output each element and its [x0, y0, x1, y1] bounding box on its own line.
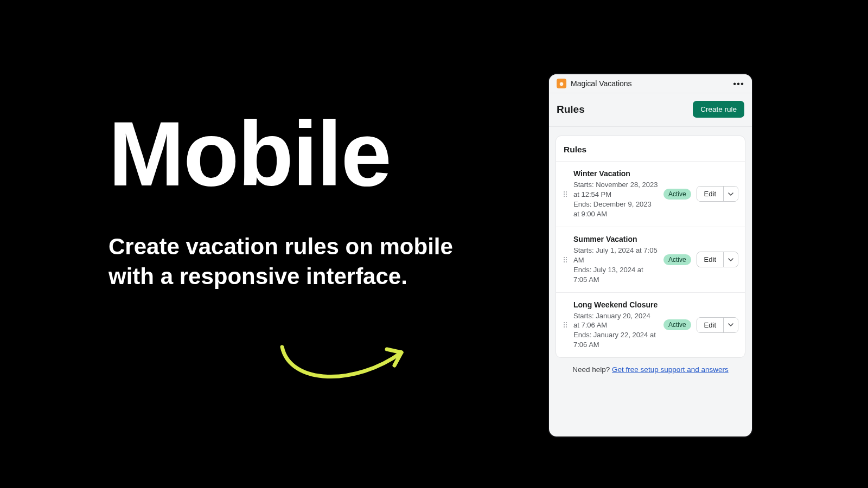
drag-handle-icon[interactable]: [563, 191, 568, 197]
edit-dropdown-button[interactable]: [723, 187, 738, 201]
rule-starts: Starts: January 20, 2024 at 7:06 AM: [573, 311, 658, 331]
drag-handle-icon[interactable]: [563, 322, 568, 328]
rule-row: Summer Vacation Starts: July 1, 2024 at …: [556, 227, 745, 292]
status-badge: Active: [663, 189, 691, 200]
rules-section-title: Rules: [556, 136, 745, 161]
rule-starts: Starts: July 1, 2024 at 7:05 AM: [573, 246, 658, 265]
create-rule-button[interactable]: Create rule: [693, 101, 744, 118]
app-title: Magical Vacations: [571, 79, 729, 88]
help-text: Need help? Get free setup support and an…: [549, 358, 752, 374]
rule-row: Winter Vacation Starts: November 28, 202…: [556, 161, 745, 227]
drag-handle-icon[interactable]: [563, 257, 568, 262]
rule-title: Winter Vacation: [573, 169, 658, 178]
status-badge: Active: [663, 254, 691, 265]
rule-ends: Ends: December 9, 2023 at 9:00 AM: [573, 200, 658, 219]
rule-starts: Starts: November 28, 2023 at 12:54 PM: [573, 180, 658, 200]
edit-dropdown-button[interactable]: [723, 252, 738, 267]
page-title: Rules: [557, 104, 585, 115]
mobile-mock: ☻ Magical Vacations ••• Rules Create rul…: [548, 73, 753, 438]
rule-title: Long Weekend Closure: [573, 300, 658, 309]
app-logo-icon: ☻: [557, 79, 566, 88]
rule-title: Summer Vacation: [573, 235, 658, 243]
rule-ends: Ends: July 13, 2024 at 7:05 AM: [573, 265, 658, 285]
chevron-down-icon: [728, 192, 733, 196]
edit-button[interactable]: Edit: [697, 187, 723, 201]
edit-button[interactable]: Edit: [697, 252, 723, 267]
page-header: Rules Create rule: [549, 93, 752, 127]
app-header: ☻ Magical Vacations •••: [549, 74, 752, 93]
rule-ends: Ends: January 22, 2024 at 7:06 AM: [573, 330, 658, 350]
edit-button[interactable]: Edit: [697, 318, 723, 332]
status-badge: Active: [663, 319, 691, 330]
edit-button-group: Edit: [697, 252, 738, 267]
help-prefix: Need help?: [572, 365, 612, 374]
promo-subhead: Create vacation rules on mobile with a r…: [108, 232, 456, 291]
rule-row: Long Weekend Closure Starts: January 20,…: [556, 292, 745, 358]
curved-arrow-icon: [274, 336, 420, 390]
more-icon[interactable]: •••: [733, 79, 744, 88]
edit-button-group: Edit: [697, 317, 738, 333]
edit-dropdown-button[interactable]: [723, 318, 738, 332]
promo-headline: Mobile: [108, 108, 456, 200]
chevron-down-icon: [728, 323, 733, 326]
help-link[interactable]: Get free setup support and answers: [612, 365, 729, 374]
chevron-down-icon: [728, 258, 733, 261]
edit-button-group: Edit: [697, 186, 738, 202]
rules-card: Rules Winter Vacation Starts: November 2…: [556, 136, 745, 358]
